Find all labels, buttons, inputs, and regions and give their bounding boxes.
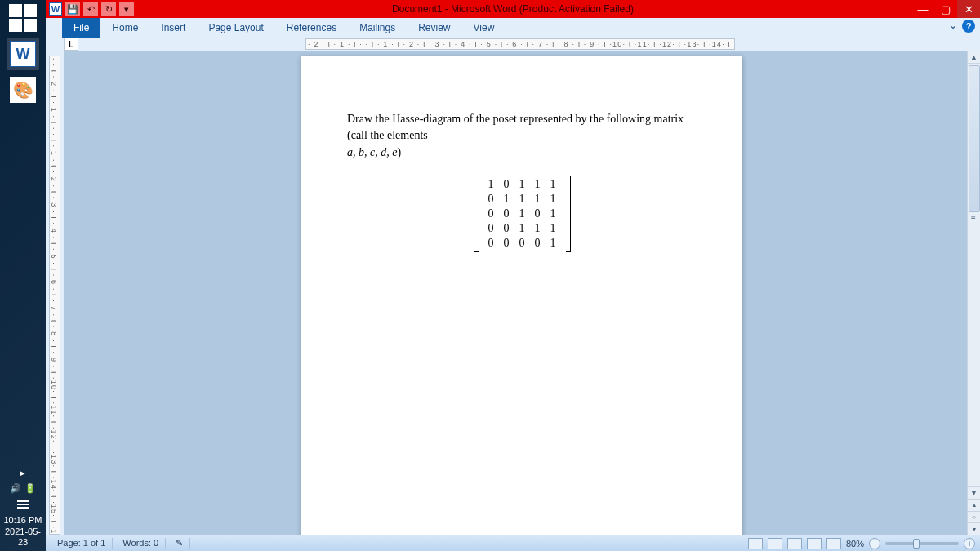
horizontal-ruler[interactable]: L · 2 · ι · 1 · ι · · ι · 1 · ι · 2 · ι …	[64, 38, 980, 51]
clock-time: 10:16 PM	[0, 515, 46, 526]
text-cursor	[693, 268, 693, 281]
qat-customize-button[interactable]: ▾	[119, 2, 134, 16]
volume-icon[interactable]: 🔊 🔋	[10, 483, 35, 494]
horizontal-ruler-scale: · 2 · ι · 1 · ι · · ι · 1 · ι · 2 · ι · …	[305, 38, 735, 50]
start-button[interactable]	[7, 2, 39, 34]
status-proofing-icon[interactable]: ✎	[169, 538, 190, 549]
scroll-thumb[interactable]	[969, 65, 980, 212]
zoom-slider-thumb[interactable]	[913, 539, 920, 549]
tab-home[interactable]: Home	[100, 18, 149, 38]
windows-logo-icon	[9, 4, 37, 32]
network-icon[interactable]	[17, 499, 29, 510]
close-button[interactable]: ✕	[957, 0, 980, 18]
view-print-layout[interactable]	[748, 538, 763, 549]
word-window: W 💾 ↶ ↻ ▾ Document1 - Microsoft Word (Pr…	[46, 0, 980, 551]
ribbon-tabs: File Home Insert Page Layout References …	[46, 18, 980, 38]
clock-date: 2021-05-23	[0, 527, 46, 548]
taskbar-item-word[interactable]: W	[7, 38, 39, 70]
view-draft[interactable]	[826, 538, 841, 549]
help-icon[interactable]: ?	[962, 20, 975, 33]
tab-view[interactable]: View	[462, 18, 506, 38]
select-browse-object[interactable]: ○	[968, 511, 980, 523]
maximize-button[interactable]: ▢	[934, 0, 957, 18]
word-app-icon[interactable]: W	[49, 2, 62, 16]
problem-variables: a, b, c, d, e	[347, 146, 397, 158]
minimize-button[interactable]: —	[911, 0, 934, 18]
next-page-button[interactable]: ▾	[968, 522, 980, 535]
zoom-slider[interactable]	[885, 542, 959, 545]
scroll-up-button[interactable]: ▲	[968, 51, 980, 64]
save-button[interactable]: 💾	[65, 2, 80, 16]
tray-expand-icon[interactable]: ▸	[20, 468, 25, 478]
scroll-down-button[interactable]: ▼	[968, 486, 980, 499]
previous-page-button[interactable]: ▴	[968, 499, 980, 511]
word-icon: W	[10, 41, 36, 67]
status-bar: Page: 1 of 1 Words: 0 ✎ 80% − +	[46, 535, 980, 551]
matrix-right-bracket	[566, 176, 571, 252]
status-page[interactable]: Page: 1 of 1	[51, 538, 113, 549]
document-page[interactable]: Draw the Hasse-diagram of the poset repr…	[301, 56, 742, 535]
matrix-left-bracket	[474, 176, 479, 252]
tab-page-layout[interactable]: Page Layout	[197, 18, 274, 38]
tab-mailings[interactable]: Mailings	[348, 18, 407, 38]
zoom-out-button[interactable]: −	[869, 538, 880, 549]
problem-statement: Draw the Hasse-diagram of the poset repr…	[347, 111, 697, 161]
view-web-layout[interactable]	[787, 538, 802, 549]
view-outline[interactable]	[807, 538, 822, 549]
zoom-level[interactable]: 80%	[846, 539, 864, 549]
taskbar-item-paint[interactable]: 🎨	[7, 73, 39, 106]
browse-object-icon[interactable]: ≡	[971, 214, 976, 223]
tab-references[interactable]: References	[275, 18, 348, 38]
document-title: Document1 - Microsoft Word (Product Acti…	[46, 3, 980, 15]
document-viewport[interactable]: Draw the Hasse-diagram of the poset repr…	[64, 51, 980, 535]
taskbar-clock[interactable]: 10:16 PM 2021-05-23	[0, 515, 46, 548]
matrix-display: 10111 01111 00101 00111 00001	[347, 176, 697, 252]
system-tray: ▸ 🔊 🔋	[10, 468, 35, 510]
tab-insert[interactable]: Insert	[149, 18, 197, 38]
title-bar: W 💾 ↶ ↻ ▾ Document1 - Microsoft Word (Pr…	[46, 0, 980, 18]
quick-access-toolbar: W 💾 ↶ ↻ ▾	[46, 0, 134, 18]
tab-review[interactable]: Review	[407, 18, 461, 38]
redo-button[interactable]: ↻	[101, 2, 116, 16]
tab-file[interactable]: File	[62, 18, 100, 38]
paint-icon: 🎨	[10, 77, 36, 103]
problem-text-line1: Draw the Hasse-diagram of the poset repr…	[347, 113, 684, 141]
zoom-in-button[interactable]: +	[964, 538, 975, 549]
vertical-scrollbar[interactable]: ▲ ≡ ▼ ▴ ○ ▾	[967, 51, 980, 535]
tab-stop-selector[interactable]: L	[64, 38, 78, 51]
view-full-screen[interactable]	[768, 538, 782, 549]
problem-paren: )	[397, 146, 401, 158]
ribbon-minimize-icon[interactable]: ⌄	[949, 20, 957, 33]
status-words[interactable]: Words: 0	[116, 538, 166, 549]
matrix-body: 10111 01111 00101 00111 00001	[483, 177, 561, 251]
vertical-ruler-scale: · · ι · 2 · ι · 1 · ι · · ι · 1 · ι · 2 …	[49, 56, 60, 535]
vertical-ruler[interactable]: · · ι · 2 · ι · 1 · ι · · ι · 1 · ι · 2 …	[46, 51, 64, 535]
windows-taskbar: W 🎨 ▸ 🔊 🔋 10:16 PM 2021-05-23	[0, 0, 46, 551]
undo-button[interactable]: ↶	[83, 2, 98, 16]
document-area: · · ι · 2 · ι · 1 · ι · · ι · 1 · ι · 2 …	[46, 51, 980, 535]
